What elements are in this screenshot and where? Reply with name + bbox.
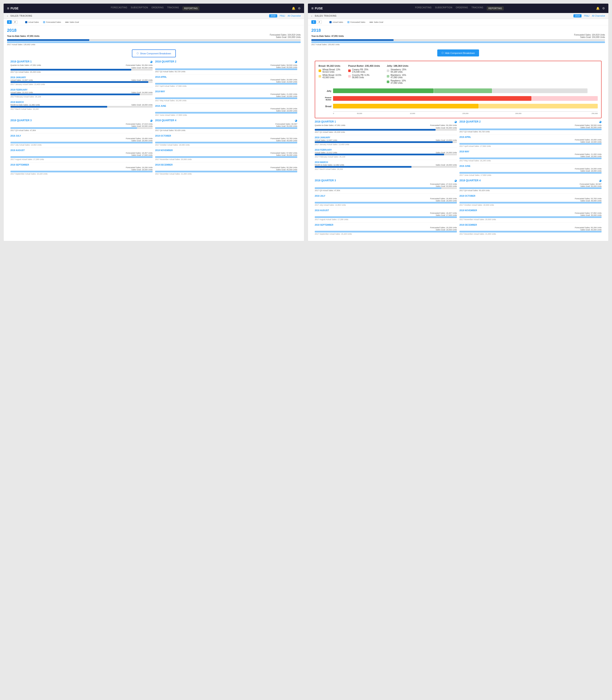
forecasted-label: Forecasted Sales (46, 21, 61, 23)
right-jelly-bar-1 (333, 88, 434, 93)
right-pb-chart-label: PeanutButter (319, 97, 331, 101)
right-q2-section: 2018 QUARTER 2 ◕ Forecasted Sales: 58,50… (459, 120, 601, 176)
left-q3-icon: ◕ (150, 119, 153, 122)
right-jan-actual: Actual Sales: 12,697 Units (315, 139, 337, 141)
right-channel-filter[interactable]: All Channels▾ (592, 15, 605, 17)
right-pb-bar-2 (532, 96, 598, 101)
left-dec-title: 2018 DECEMBER (155, 164, 297, 166)
left-channel-filter[interactable]: All Channels▾ (288, 15, 301, 17)
left-jul-fill (11, 142, 153, 143)
left-q3-header: 2018 QUARTER 3 ◕ (11, 119, 153, 122)
right-dec-prev: 2017 December Actual Sales: 21,000 Units (459, 233, 601, 235)
right-dec-goal: Sales Goal: 45,000 Units (459, 229, 601, 231)
left-breadcrumb: SALES TRACKING (11, 15, 32, 17)
bell-icon[interactable]: 🔔 (292, 6, 295, 10)
right-ytd-stat: Year-to-Date Sales: 47,091 Units (311, 35, 344, 37)
right-q2-header: 2018 QUARTER 2 ◕ (459, 120, 601, 123)
right-settings-icon[interactable]: ⚙ (602, 6, 605, 10)
right-q4-header: 2018 QUARTER 4 ◕ (459, 179, 601, 182)
right-sep-prev: 2017 September Actual Sales: 15,420 Unit… (315, 233, 457, 235)
left-show-component-btn[interactable]: ⬡ Show Component Breakdown (132, 50, 176, 57)
left-sep-goal: Sales Goal: 18,500 Units (11, 169, 153, 171)
right-bell-icon[interactable]: 🔔 (596, 6, 600, 10)
nav-reporting[interactable]: REPORTING (182, 6, 199, 11)
right-tab-hash[interactable]: # (317, 20, 322, 24)
right-back-arrow[interactable]: ‹ (311, 14, 312, 17)
left-q1-stats: Quarter-to-Date Sales: 47,091 Units Fore… (11, 64, 153, 66)
left-tab-hash[interactable]: # (13, 20, 18, 24)
right-strawberry-color (387, 69, 389, 72)
right-apr-bar (459, 143, 601, 145)
right-q4-fill (459, 187, 601, 189)
right-oct-fill (459, 202, 601, 204)
right-wheat-label: Wheat Bread: 13% 50,622 Units (322, 68, 340, 73)
right-actual-fill (311, 39, 393, 41)
left-jul-prev: 2017 July Actual Sales: 14,802 Units (11, 144, 153, 146)
right-nav-links: FORECASTING SUBSCRIPTION ORDERING TRACKI… (328, 6, 591, 11)
right-nav-tracking[interactable]: TRACKING (472, 6, 484, 11)
left-apr-fill (155, 83, 297, 85)
right-crunchy-item: Crunchy PB: 6.3% 58,865 Units (348, 74, 380, 79)
left-back-arrow[interactable]: ‹ (7, 14, 8, 17)
right-nav-reporting[interactable]: REPORTING (487, 6, 504, 11)
left-jan-stats: Actual Sales: 12,697 Units Sales Goal: 1… (11, 79, 153, 81)
right-apr-section: 2018 APRIL Forecasted Sales: 20,000 Unit… (459, 135, 601, 147)
right-jun-section: 2018 JUNE Forecasted Sales: 24,000 Units… (459, 164, 601, 176)
right-axis-150k: 150,000 (439, 112, 492, 114)
nav-ordering[interactable]: ORDERING (152, 6, 164, 11)
right-goal-label: Sales Goal (374, 21, 383, 23)
right-may-section: 2018 MAY Forecasted Sales: 21,000 Units … (459, 149, 601, 162)
actual-dot (25, 21, 27, 23)
left-tab-dollar[interactable]: $ (7, 20, 12, 24)
left-nov-section: 2018 NOVEMBER Forecasted Sales: 57,892 U… (155, 148, 297, 160)
right-nav-forecasting[interactable]: FORECASTING (415, 6, 432, 11)
right-nov-forecasted: Forecasted Sales: 57,892 Units (459, 212, 601, 214)
right-aug-forecasted: Forecasted Sales: 18,457 Units (315, 212, 457, 214)
right-jelly-chart-label: Jelly (319, 90, 331, 92)
right-nav-subscription[interactable]: SUBSCRIPTION (435, 6, 453, 11)
right-q3-forecasted: Forecasted Sales: 47,619 Units (315, 183, 457, 185)
right-product-filter[interactable]: PB&J (584, 15, 589, 17)
nav-tracking[interactable]: TRACKING (167, 6, 179, 11)
left-mar-fill (11, 106, 107, 108)
right-dec-section: 2018 DECEMBER Forecasted Sales: 50,284 U… (459, 222, 601, 235)
right-legend-forecasted: Forecasted Sales (347, 21, 365, 23)
right-tab-dollar[interactable]: $ (311, 20, 316, 24)
nav-forecasting[interactable]: FORECASTING (111, 6, 127, 11)
right-oct-section: 2018 OCTOBER Forecasted Sales: 53,783 Un… (459, 193, 601, 206)
right-blackberry-label: Blackberry: 15% 47,090 Units (391, 74, 406, 79)
right-white-item: White Bread: 10.5% 43,560 Units (319, 74, 342, 79)
right-may-goal: Sales Goal: 16,000 Units (459, 155, 601, 157)
left-jun-forecasted: Forecasted Sales: 24,000 Units (155, 108, 297, 110)
left-q4-icon: ◕ (295, 119, 297, 122)
left-sep-prev: 2017 September Actual Sales: 15,420 Unit… (11, 173, 153, 175)
right-feb-stats: Actual Sales: 22,012 Units Sales Goal: 2… (315, 152, 457, 154)
left-forecasted-stat: Forecasted Sales: 164,819 Units (270, 34, 301, 36)
left-q4-prev: 2017 Q4 Actual Sales: 50,429 Units (155, 129, 297, 131)
left-prev-year: 2017 Actual Sales: 135,602 Units (7, 43, 301, 46)
left-year-filter[interactable]: 2018 (269, 14, 277, 17)
right-q1-icon: ◕ (454, 120, 457, 123)
nav-subscription[interactable]: SUBSCRIPTION (131, 6, 148, 11)
right-q1-header: 2018 QUARTER 1 ◕ (315, 120, 457, 123)
right-crunchy-label: Crunchy PB: 6.3% 58,865 Units (352, 74, 370, 79)
left-jan-title: 2018 JANUARY (11, 76, 153, 79)
settings-icon[interactable]: ⚙ (298, 6, 301, 10)
left-oct-bar (155, 142, 297, 143)
left-may-fill (155, 97, 297, 99)
left-sep-title: 2018 SEPTEMBER (11, 164, 153, 166)
right-logo-icon: ≡ (311, 6, 314, 11)
left-product-filter[interactable]: PB&J (280, 15, 285, 17)
left-jan-section: 2018 JANUARY Actual Sales: 12,697 Units … (11, 75, 153, 85)
left-feb-section: 2018 FEBRUARY Actual Sales: 22,012 Units… (11, 87, 153, 98)
right-q2-icon: ◕ (599, 120, 601, 123)
left-feb-bar (11, 94, 153, 95)
left-progress: 2017 Actual Sales: 135,602 Units (7, 39, 301, 46)
right-dec-forecasted: Forecasted Sales: 50,284 Units (459, 226, 601, 229)
right-year-filter[interactable]: 2018 (573, 14, 582, 17)
right-sub-header: ‹ SALES TRACKING 2018 PB&J All Channels▾ (308, 13, 608, 19)
right-hide-component-btn[interactable]: ⬡ Hide Component Breakdown (437, 50, 479, 56)
right-oct-goal: Sales Goal: 49,000 Units (459, 200, 601, 202)
right-nav-ordering[interactable]: ORDERING (456, 6, 468, 11)
left-oct-forecasted: Forecasted Sales: 53,783 Units (155, 138, 297, 140)
